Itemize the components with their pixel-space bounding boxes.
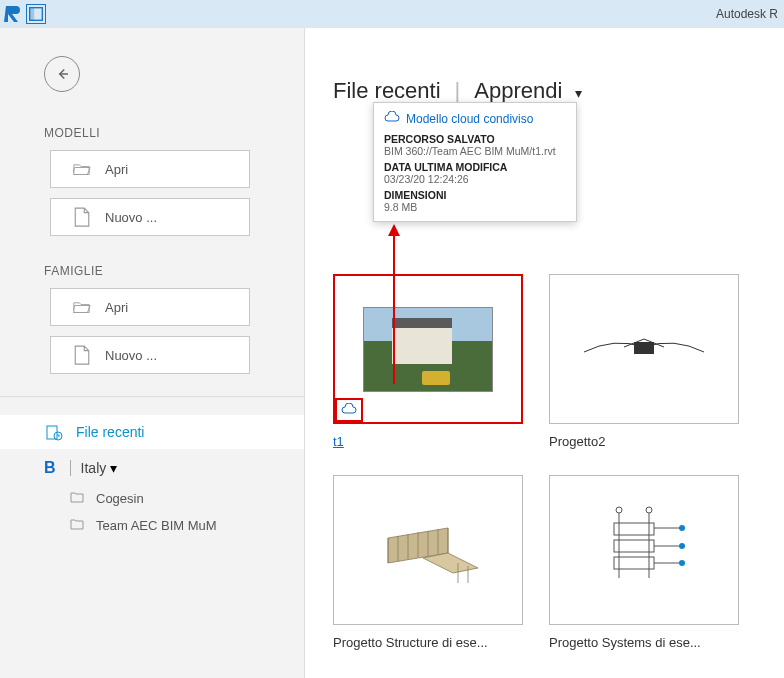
tooltip-size-value: 9.8 MB bbox=[384, 201, 566, 213]
card-systems[interactable]: Progetto Systems di ese... bbox=[549, 475, 739, 650]
tab-recent-files[interactable]: File recenti bbox=[333, 78, 441, 104]
tooltip-path-value: BIM 360://Team AEC BIM MuM/t1.rvt bbox=[384, 145, 566, 157]
thumbnail bbox=[333, 475, 523, 625]
models-section-label: MODELLI bbox=[44, 126, 304, 140]
revit-logo-icon bbox=[4, 4, 24, 24]
svg-rect-9 bbox=[614, 557, 654, 569]
back-button[interactable] bbox=[44, 56, 80, 92]
annotation-arrow bbox=[393, 234, 395, 384]
bim360-region-selector[interactable]: B Italy ▾ bbox=[0, 449, 304, 485]
folder-open-icon bbox=[73, 162, 91, 176]
cloud-model-icon bbox=[384, 111, 400, 127]
structure-preview bbox=[348, 498, 508, 602]
models-open-button[interactable]: Apri bbox=[50, 150, 250, 188]
chevron-down-icon: ▾ bbox=[575, 85, 582, 101]
tab-learn[interactable]: Apprendi ▾ bbox=[474, 78, 581, 104]
house-preview bbox=[363, 307, 493, 392]
tooltip-size-label: DIMENSIONI bbox=[384, 189, 566, 201]
tooltip: Modello cloud condiviso PERCORSO SALVATO… bbox=[373, 102, 577, 222]
document-new-icon bbox=[73, 210, 91, 224]
card-structure[interactable]: Progetto Structure di ese... bbox=[333, 475, 523, 650]
cloud-model-badge bbox=[335, 398, 363, 422]
recent-files-icon bbox=[44, 423, 64, 441]
tabs: File recenti | Apprendi ▾ bbox=[333, 78, 774, 104]
folder-icon bbox=[70, 491, 86, 506]
document-new-icon bbox=[73, 348, 91, 362]
card-title: Progetto2 bbox=[549, 434, 739, 449]
tooltip-date-label: DATA ULTIMA MODIFICA bbox=[384, 161, 566, 173]
nav-recent-files-label: File recenti bbox=[76, 424, 144, 440]
systems-preview bbox=[564, 498, 724, 602]
card-title[interactable]: t1 bbox=[333, 434, 523, 449]
svg-rect-8 bbox=[614, 540, 654, 552]
svg-rect-1 bbox=[30, 8, 35, 21]
families-new-label: Nuovo ... bbox=[105, 348, 157, 363]
thumbnail bbox=[549, 274, 739, 424]
card-title: Progetto Systems di ese... bbox=[549, 635, 739, 650]
roof-preview bbox=[564, 297, 724, 401]
svg-point-13 bbox=[646, 507, 652, 513]
families-new-button[interactable]: Nuovo ... bbox=[50, 336, 250, 374]
project-label: Team AEC BIM MuM bbox=[96, 518, 217, 533]
svg-rect-4 bbox=[634, 342, 654, 354]
models-open-label: Apri bbox=[105, 162, 128, 177]
bim360-icon: B bbox=[44, 459, 56, 477]
thumbnail bbox=[549, 475, 739, 625]
project-cogesin[interactable]: Cogesin bbox=[0, 485, 304, 512]
folder-icon bbox=[70, 518, 86, 533]
svg-point-17 bbox=[679, 525, 685, 531]
svg-point-12 bbox=[616, 507, 622, 513]
families-open-button[interactable]: Apri bbox=[50, 288, 250, 326]
tooltip-path-label: PERCORSO SALVATO bbox=[384, 133, 566, 145]
card-t1[interactable]: t1 bbox=[333, 274, 523, 449]
tooltip-date-value: 03/23/20 12:24:26 bbox=[384, 173, 566, 185]
tab-separator: | bbox=[455, 78, 461, 104]
svg-point-18 bbox=[679, 543, 685, 549]
chevron-down-icon: ▾ bbox=[110, 460, 117, 476]
families-open-label: Apri bbox=[105, 300, 128, 315]
thumbnail bbox=[333, 274, 523, 424]
recent-grid: t1 Progetto2 Progetto Structure di ese..… bbox=[333, 274, 774, 650]
app-title: Autodesk R bbox=[716, 7, 778, 21]
folder-open-icon bbox=[73, 300, 91, 314]
tooltip-title: Modello cloud condiviso bbox=[406, 112, 533, 126]
nav-recent-files[interactable]: File recenti bbox=[0, 415, 304, 449]
home-view-icon[interactable] bbox=[26, 4, 46, 24]
card-title: Progetto Structure di ese... bbox=[333, 635, 523, 650]
project-team-aec[interactable]: Team AEC BIM MuM bbox=[0, 512, 304, 539]
tab-learn-label: Apprendi bbox=[474, 78, 562, 103]
card-progetto2[interactable]: Progetto2 bbox=[549, 274, 739, 449]
divider bbox=[0, 396, 304, 397]
project-label: Cogesin bbox=[96, 491, 144, 506]
region-label: Italy bbox=[70, 460, 107, 476]
svg-rect-7 bbox=[614, 523, 654, 535]
models-new-button[interactable]: Nuovo ... bbox=[50, 198, 250, 236]
svg-point-19 bbox=[679, 560, 685, 566]
sidebar: MODELLI Apri Nuovo ... FAMIGLIE Apri Nuo… bbox=[0, 28, 305, 678]
models-new-label: Nuovo ... bbox=[105, 210, 157, 225]
title-bar: Autodesk R bbox=[0, 0, 784, 28]
families-section-label: FAMIGLIE bbox=[44, 264, 304, 278]
